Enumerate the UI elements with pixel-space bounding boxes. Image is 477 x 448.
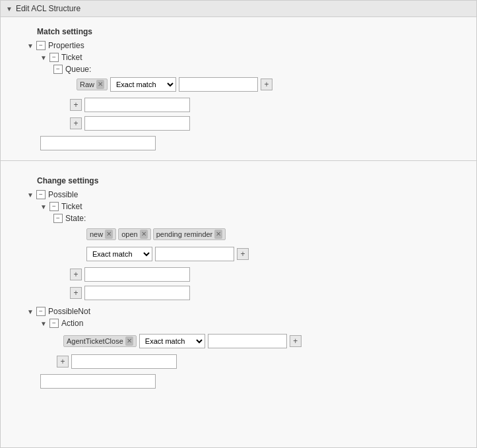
action-label: Action [61, 319, 83, 328]
possible-tree-icon[interactable]: − [36, 190, 46, 199]
agent-ticket-close-remove-button[interactable]: ✕ [125, 336, 133, 346]
possiblenot-empty-input-row [1, 373, 476, 390]
agent-ticket-close-label: AgentTicketClose [67, 337, 123, 345]
queue-plus-input-2[interactable] [84, 116, 190, 131]
possiblenot-label: PossibleNot [48, 307, 90, 316]
properties-tree-icon[interactable]: − [36, 41, 46, 50]
ticket-empty-input[interactable] [40, 136, 156, 150]
state-match-select[interactable]: Exact match Regexp Prefix Suffix Contain… [86, 247, 152, 261]
possible-node: ▼ − Possible [1, 189, 476, 201]
queue-add-button[interactable]: + [261, 79, 272, 90]
open-tag-label: open [121, 230, 137, 238]
queue-plus-icon-2[interactable]: + [70, 117, 82, 129]
new-tag: new ✕ [86, 228, 116, 240]
match-settings-title: Match settings [1, 20, 476, 40]
open-tag-remove-button[interactable]: ✕ [140, 230, 148, 239]
action-plus-input[interactable] [71, 354, 177, 369]
queue-tree-icon[interactable]: − [53, 65, 63, 74]
new-tag-label: new [90, 230, 103, 238]
properties-label: Properties [48, 41, 84, 50]
state-node: − State: [1, 212, 476, 224]
possiblenot-collapse-icon[interactable]: ▼ [27, 308, 34, 315]
panel-title: Edit ACL Structure [16, 4, 80, 13]
action-tree-icon[interactable]: − [49, 319, 59, 328]
action-match-select[interactable]: Exact match Regexp Prefix Suffix Contain… [139, 334, 205, 348]
action-value-row: AgentTicketClose ✕ Exact match Regexp Pr… [1, 332, 476, 350]
queue-match-select[interactable]: Exact match Regexp Prefix Suffix Contain… [110, 77, 176, 92]
possiblenot-tree-icon[interactable]: − [36, 307, 46, 316]
pending-reminder-tag-remove-button[interactable]: ✕ [214, 230, 222, 239]
queue-plus-input-1[interactable] [84, 98, 190, 112]
raw-tag: Raw ✕ [77, 79, 108, 90]
state-tree-icon[interactable]: − [53, 214, 63, 223]
state-plus-icon-1[interactable]: + [70, 269, 82, 280]
possiblenot-empty-input[interactable] [40, 374, 156, 389]
state-tags-row: new ✕ open ✕ pending reminder ✕ [1, 226, 476, 242]
raw-tag-remove-button[interactable]: ✕ [96, 80, 104, 89]
ticket-change-collapse-icon[interactable]: ▼ [40, 203, 47, 210]
panel-header: ▼ Edit ACL Structure [1, 1, 476, 17]
queue-plus-row-2: + [1, 115, 476, 132]
pending-reminder-tag-label: pending reminder [156, 230, 213, 238]
properties-collapse-icon[interactable]: ▼ [27, 42, 34, 49]
queue-node: − Queue: [1, 63, 476, 75]
queue-value-input[interactable] [179, 77, 258, 92]
panel: ▼ Edit ACL Structure Match settings ▼ − … [0, 0, 477, 448]
new-tag-remove-button[interactable]: ✕ [105, 230, 113, 239]
raw-tag-label: Raw [80, 80, 94, 88]
state-plus-icon-2[interactable]: + [70, 287, 82, 299]
action-add-button[interactable]: + [290, 335, 302, 347]
action-plus-row: + [1, 353, 476, 370]
ticket-node-change: ▼ − Ticket [1, 201, 476, 212]
ticket-match-label: Ticket [61, 53, 82, 62]
queue-value-row: Raw ✕ Exact match Regexp Prefix Suffix C… [1, 75, 476, 94]
section-divider [1, 160, 476, 161]
queue-plus-row-1: + [1, 96, 476, 113]
open-tag: open ✕ [118, 228, 150, 240]
state-plus-row-1: + [1, 266, 476, 283]
ticket-node-match: ▼ − Ticket [1, 51, 476, 63]
action-collapse-icon[interactable]: ▼ [40, 320, 47, 327]
action-value-input[interactable] [208, 334, 287, 348]
pending-reminder-tag: pending reminder ✕ [153, 228, 226, 240]
possiblenot-node: ▼ − PossibleNot [1, 305, 476, 317]
state-plus-input-2[interactable] [84, 286, 190, 300]
ticket-match-tree-icon[interactable]: − [49, 53, 59, 62]
state-match-row: Exact match Regexp Prefix Suffix Contain… [1, 245, 476, 263]
ticket-change-tree-icon[interactable]: − [49, 202, 59, 211]
queue-label: Queue: [65, 65, 91, 74]
state-plus-row-2: + [1, 284, 476, 302]
possible-collapse-icon[interactable]: ▼ [27, 191, 34, 199]
change-settings-section: Change settings ▼ − Possible ▼ − Ticket … [1, 166, 476, 393]
match-settings-section: Match settings ▼ − Properties ▼ − Ticket… [1, 17, 476, 155]
state-label: State: [65, 214, 86, 223]
agent-ticket-close-tag: AgentTicketClose ✕ [63, 335, 137, 347]
state-value-input[interactable] [155, 247, 234, 261]
possible-label: Possible [48, 190, 78, 199]
change-settings-title: Change settings [1, 170, 476, 189]
ticket-match-collapse-icon[interactable]: ▼ [40, 54, 47, 61]
queue-plus-icon-1[interactable]: + [70, 99, 82, 111]
properties-node: ▼ − Properties [1, 40, 476, 51]
action-node: ▼ − Action [1, 317, 476, 329]
ticket-change-label: Ticket [61, 202, 82, 211]
header-chevron-icon[interactable]: ▼ [6, 5, 13, 13]
action-plus-icon[interactable]: + [57, 356, 69, 368]
ticket-empty-input-row [1, 135, 476, 152]
state-add-button[interactable]: + [237, 248, 249, 260]
state-plus-input-1[interactable] [84, 267, 190, 282]
